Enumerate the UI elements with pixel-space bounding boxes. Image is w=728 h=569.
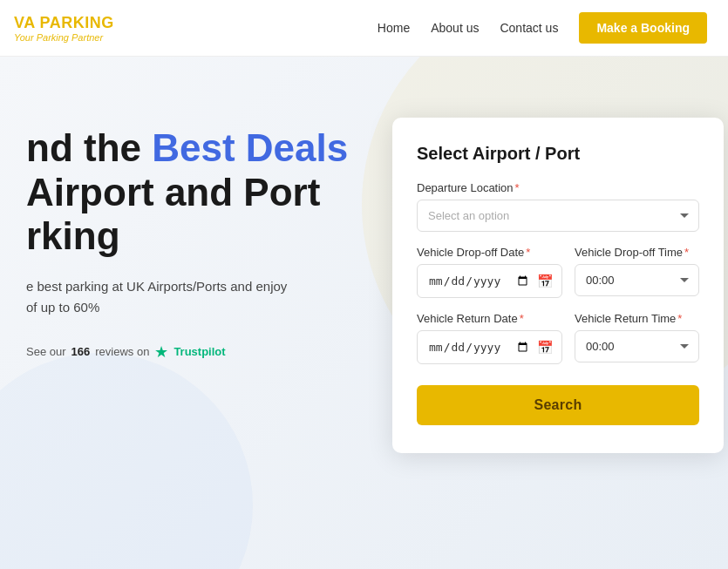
hero-sub-line1: e best parking at UK Airports/Ports and … — [26, 279, 287, 294]
return-time-select[interactable]: 00:00 00:30 01:00 06:00 12:00 18:00 23:3… — [575, 330, 699, 362]
trustpilot-count: 166 — [71, 345, 91, 358]
navbar: VA PARKING Your Parking Partner Home Abo… — [0, 0, 728, 57]
return-date-label-text: Vehicle Return Date — [417, 312, 518, 325]
trustpilot-mid: reviews on — [95, 345, 149, 358]
nav-links: Home About us Contact us Make a Booking — [378, 12, 707, 44]
dropoff-date-required: * — [526, 246, 530, 259]
trustpilot-star-icon: ★ — [154, 342, 168, 362]
return-date-required: * — [520, 312, 524, 325]
make-booking-button[interactable]: Make a Booking — [579, 12, 707, 44]
logo-parking: PARKING — [35, 14, 114, 31]
hero-section: nd the Best Deals Airport and Port rking… — [0, 57, 728, 569]
return-time-label: Vehicle Return Time* — [575, 312, 699, 325]
departure-required: * — [515, 181, 520, 194]
hero-sub-line2: of up to 60% — [26, 300, 99, 315]
return-time-label-text: Vehicle Return Time — [575, 312, 676, 325]
heading-line2: Airport and Port — [26, 171, 320, 213]
trustpilot-pre: See our — [26, 345, 66, 358]
return-date-input[interactable] — [417, 330, 562, 364]
departure-label-text: Departure Location — [417, 181, 514, 194]
return-date-wrapper: 📅 — [417, 330, 562, 364]
return-date-group: Vehicle Return Date* 📅 — [417, 312, 562, 364]
hero-right: Select Airport / Port Departure Location… — [366, 109, 728, 453]
bg-circle-2 — [0, 353, 253, 569]
dropoff-date-group: Vehicle Drop-off Date* 📅 — [417, 246, 562, 298]
return-time-group: Vehicle Return Time* 00:00 00:30 01:00 0… — [575, 312, 699, 364]
nav-about[interactable]: About us — [431, 21, 479, 35]
card-title: Select Airport / Port — [417, 144, 699, 164]
logo-title: VA PARKING — [14, 14, 114, 32]
dropoff-time-label: Vehicle Drop-off Time* — [575, 246, 699, 259]
dropoff-time-required: * — [684, 246, 689, 259]
hero-heading: nd the Best Deals Airport and Port rking — [26, 126, 366, 259]
departure-label: Departure Location* — [417, 181, 699, 194]
nav-contact[interactable]: Contact us — [500, 21, 558, 35]
dropoff-date-wrapper: 📅 — [417, 264, 562, 298]
booking-card: Select Airport / Port Departure Location… — [392, 118, 724, 453]
heading-line3: rking — [26, 214, 120, 257]
dropoff-time-select[interactable]: 00:00 00:30 01:00 06:00 12:00 18:00 23:3… — [575, 264, 699, 296]
dropoff-date-label-text: Vehicle Drop-off Date — [417, 246, 524, 259]
logo-area: VA PARKING Your Parking Partner — [14, 14, 114, 43]
dropoff-time-label-text: Vehicle Drop-off Time — [575, 246, 683, 259]
hero-subtext: e best parking at UK Airports/Ports and … — [26, 276, 366, 318]
hero-left: nd the Best Deals Airport and Port rking… — [0, 109, 366, 379]
logo-subtitle: Your Parking Partner — [14, 32, 114, 43]
trustpilot-label: Trustpilot — [173, 345, 225, 358]
nav-home[interactable]: Home — [378, 21, 410, 35]
departure-group: Departure Location* Select an option Hea… — [417, 181, 699, 232]
dropoff-row: Vehicle Drop-off Date* 📅 Vehicle Drop-of… — [417, 246, 699, 312]
heading-pre: nd the — [26, 126, 152, 169]
dropoff-time-group: Vehicle Drop-off Time* 00:00 00:30 01:00… — [575, 246, 699, 298]
departure-select[interactable]: Select an option Heathrow Airport Gatwic… — [417, 200, 699, 232]
dropoff-date-label: Vehicle Drop-off Date* — [417, 246, 562, 259]
return-time-required: * — [677, 312, 682, 325]
logo-va: VA — [14, 14, 35, 31]
return-row: Vehicle Return Date* 📅 Vehicle Return Ti… — [417, 312, 699, 378]
dropoff-date-input[interactable] — [417, 264, 562, 298]
trustpilot-row: See our 166 reviews on ★ Trustpilot — [26, 342, 366, 362]
return-date-label: Vehicle Return Date* — [417, 312, 562, 325]
heading-highlight: Best Deals — [152, 126, 348, 169]
search-button[interactable]: Search — [417, 385, 699, 425]
